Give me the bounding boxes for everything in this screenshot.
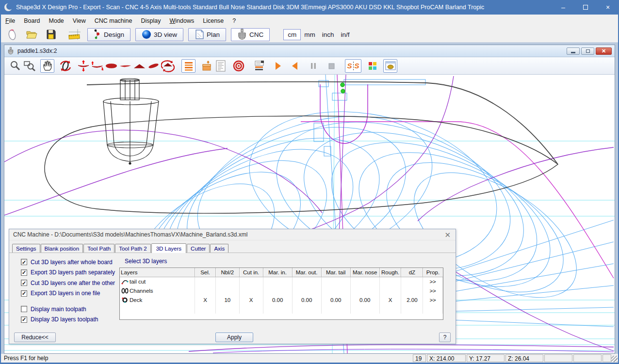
menu-display[interactable]: Display — [136, 16, 165, 26]
symmetry-button[interactable]: SS — [345, 59, 361, 73]
minimize-button[interactable]: – — [552, 0, 574, 15]
tab-3d-layers[interactable]: 3D Layers — [151, 243, 186, 253]
col-rough[interactable]: Rough. — [379, 268, 401, 277]
checkbox-box[interactable]: ✓ — [21, 306, 27, 312]
section-view-button[interactable] — [132, 59, 147, 73]
close-button[interactable]: × — [597, 0, 619, 15]
unit-inch[interactable]: inch — [319, 30, 338, 40]
prop-button[interactable]: >> — [423, 277, 443, 286]
zoom-window-button[interactable] — [22, 59, 36, 73]
col-dz[interactable]: dZ — [401, 268, 423, 277]
save-button[interactable] — [43, 28, 59, 41]
zoom-button[interactable] — [8, 59, 22, 73]
export-button[interactable] — [199, 59, 213, 73]
pan-button[interactable] — [40, 59, 54, 73]
pause-button[interactable] — [306, 59, 320, 73]
open-file-button[interactable] — [23, 28, 40, 41]
document-restore-button[interactable] — [581, 47, 594, 55]
reduce-button[interactable]: Reduce<< — [14, 332, 56, 342]
menu-cnc-machine[interactable]: CNC machine — [90, 16, 137, 26]
checkbox-display-3d-toolpath[interactable]: ✓ Display 3D layers toolpath — [21, 315, 115, 325]
col-mar-out[interactable]: Mar. out. — [292, 268, 321, 277]
menu-file[interactable]: File — [1, 16, 19, 26]
outline-view-button[interactable] — [104, 59, 118, 73]
checkbox-box[interactable]: ✓ — [21, 290, 27, 297]
col-layers[interactable]: Layers — [120, 268, 195, 277]
tab-tool-path[interactable]: Tool Path — [83, 244, 114, 253]
prop-button[interactable]: >> — [423, 295, 443, 304]
thickness-view-icon — [118, 60, 132, 72]
perspective-view-button[interactable] — [147, 59, 161, 73]
unit-selector: cm mm inch in/f — [283, 29, 353, 40]
layers-button[interactable] — [181, 59, 195, 73]
tab-tool-path-2[interactable]: Tool Path 2 — [115, 244, 151, 253]
unit-inf[interactable]: in/f — [338, 30, 353, 40]
3d-view-button[interactable]: 3D view — [135, 28, 183, 41]
status-bar: Press F1 for help 19 X: 214.00 Y: 17.27 … — [1, 354, 618, 363]
tool-disc-button[interactable] — [231, 59, 245, 73]
col-mar-in[interactable]: Mar. in. — [263, 268, 292, 277]
gcode-listing-button[interactable] — [213, 59, 228, 73]
checkbox-box[interactable]: ✓ — [21, 269, 27, 276]
checkbox-box[interactable]: ✓ — [21, 280, 27, 286]
maximize-button[interactable] — [574, 0, 597, 15]
checkbox-one-after-other[interactable]: ✓ Cut 3D layers one after the other — [21, 278, 115, 288]
thickness-view-button[interactable] — [118, 59, 132, 73]
measure-button[interactable] — [66, 28, 82, 41]
status-z-coordinate: Z: 26.04 — [505, 354, 543, 362]
menubar: File Board Mode View CNC machine Display… — [1, 15, 618, 27]
col-prop[interactable]: Prop. — [423, 268, 443, 277]
status-empty-cell — [603, 354, 611, 362]
menu-view[interactable]: View — [68, 16, 90, 26]
menu-help[interactable]: ? — [228, 16, 240, 26]
unit-mm[interactable]: mm — [301, 30, 319, 40]
rotate-view-button[interactable] — [58, 59, 72, 73]
rocker-button[interactable] — [90, 59, 104, 73]
previous-button[interactable] — [288, 59, 302, 73]
menu-mode[interactable]: Mode — [45, 16, 68, 26]
cnc-view-button[interactable]: CNC — [231, 28, 270, 41]
dialog-titlebar[interactable]: CNC Machine - D:\Documents\S3d models\Ma… — [9, 229, 456, 240]
dialog-help-button[interactable]: ? — [439, 332, 451, 342]
col-sel[interactable]: Sel. — [195, 268, 216, 277]
menu-windows[interactable]: Windows — [165, 16, 198, 26]
checkbox-box[interactable]: ✓ — [21, 259, 27, 265]
document-close-button[interactable]: ✕ — [596, 47, 612, 55]
design-view-button[interactable]: Design — [87, 28, 130, 41]
tab-blank-position[interactable]: Blank position — [41, 244, 83, 253]
table-row-channels[interactable]: Channels >> — [120, 286, 443, 295]
stop-button[interactable] — [324, 59, 338, 73]
flip-deck-button[interactable] — [76, 59, 90, 73]
col-cut-in[interactable]: Cut in. — [239, 268, 263, 277]
plan-view-button[interactable]: Plan — [188, 28, 226, 41]
document-minimize-button[interactable] — [567, 47, 580, 55]
new-board-button[interactable] — [4, 28, 20, 41]
checkbox-export-separately[interactable]: ✓ Export 3D layers path separately — [21, 268, 115, 278]
col-mar-nose[interactable]: Mar. nose — [350, 268, 379, 277]
col-mar-tail[interactable]: Mar. tail — [321, 268, 350, 277]
tab-cutter[interactable]: Cutter — [187, 244, 210, 253]
zoom-window-icon — [23, 60, 36, 72]
rotate-board-button[interactable] — [161, 59, 175, 73]
tab-settings[interactable]: Settings — [12, 244, 40, 253]
unit-cm[interactable]: cm — [283, 29, 301, 40]
table-row-deck[interactable]: Deck X10 X0.00 0.000.00 0.00X 2.00 >> — [120, 295, 443, 304]
apply-button[interactable]: Apply — [215, 332, 253, 342]
checkbox-display-main-toolpath[interactable]: ✓ Display main toolpath — [21, 304, 115, 315]
checkbox-cut-after-whole-board[interactable]: ✓ Cut 3D layers after whole board — [21, 257, 115, 268]
resize-grip[interactable] — [611, 356, 618, 362]
dialog-close-icon[interactable]: ✕ — [444, 231, 451, 238]
play-icon — [272, 61, 283, 71]
palette-button[interactable] — [365, 59, 379, 73]
menu-board[interactable]: Board — [19, 16, 44, 26]
checkbox-box[interactable]: ✓ — [21, 317, 27, 323]
preview-window-button[interactable] — [383, 59, 397, 73]
play-button[interactable] — [270, 59, 284, 73]
tab-axis[interactable]: Axis — [210, 244, 228, 253]
col-nbl2[interactable]: Nbl/2 — [215, 268, 239, 277]
menu-license[interactable]: License — [198, 16, 228, 26]
table-row-tail-cut[interactable]: tail cut >> — [120, 277, 443, 286]
checkbox-one-file[interactable]: ✓ Export 3D layers in one file — [21, 288, 115, 299]
toolpath-list-button[interactable] — [252, 59, 266, 73]
prop-button[interactable]: >> — [423, 286, 443, 295]
